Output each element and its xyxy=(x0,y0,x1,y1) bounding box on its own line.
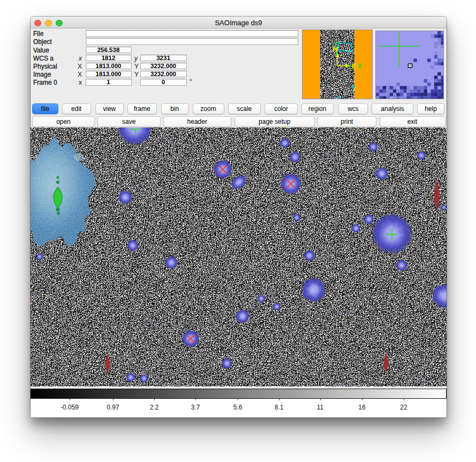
svg-text:X: X xyxy=(358,62,362,70)
svg-text:E: E xyxy=(352,63,356,70)
svg-text:N: N xyxy=(333,46,338,53)
